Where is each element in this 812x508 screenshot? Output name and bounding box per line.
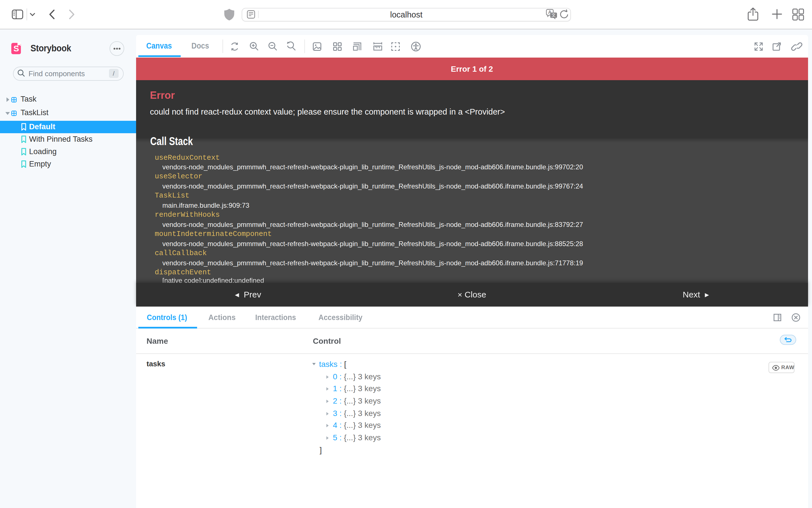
svg-text:文: 文 bbox=[552, 13, 556, 17]
